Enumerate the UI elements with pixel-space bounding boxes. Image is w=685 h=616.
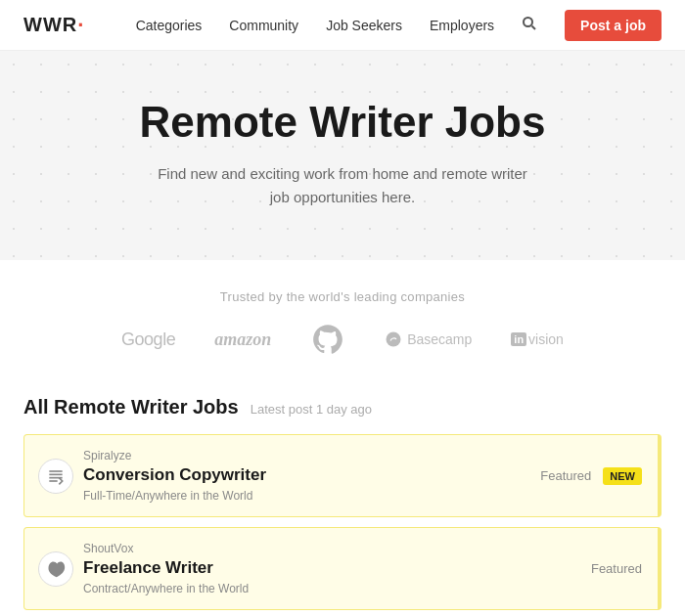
hero-subtitle: Find new and exciting work from home and… <box>147 162 538 209</box>
github-logo <box>310 322 345 357</box>
featured-label: Featured <box>591 561 642 576</box>
job-card[interactable]: ShoutVox Freelance Writer Contract/Anywh… <box>23 527 662 610</box>
nav-community[interactable]: Community <box>229 18 298 33</box>
job-company: ShoutVox <box>83 542 591 555</box>
featured-label: Featured <box>540 468 591 483</box>
new-badge: NEW <box>603 467 642 485</box>
nav-employers[interactable]: Employers <box>430 18 494 33</box>
job-right: Featured <box>591 561 642 576</box>
job-title: Freelance Writer <box>83 558 591 578</box>
jobs-latest-post: Latest post 1 day ago <box>251 402 372 417</box>
navbar: WWR· Categories Community Job Seekers Em… <box>0 0 685 51</box>
logo-dot: · <box>77 13 84 38</box>
company-icon <box>38 551 73 587</box>
job-card[interactable]: Spiralyze Conversion Copywriter Full-Tim… <box>23 434 662 517</box>
job-info: Spiralyze Conversion Copywriter Full-Tim… <box>83 449 540 503</box>
nav-links: Categories Community Job Seekers Employe… <box>136 10 662 41</box>
jobs-section: All Remote Writer Jobs Latest post 1 day… <box>0 376 685 610</box>
trusted-section: Trusted by the world's leading companies… <box>0 260 685 376</box>
google-logo: Google <box>121 330 175 350</box>
job-type: Full-Time/Anywhere in the World <box>83 489 540 503</box>
job-title: Conversion Copywriter <box>83 465 540 485</box>
site-logo[interactable]: WWR· <box>23 13 84 38</box>
brand-logos: Google amazon Basecamp invision <box>20 322 665 357</box>
job-type: Contract/Anywhere in the World <box>83 582 591 595</box>
nav-categories[interactable]: Categories <box>136 18 203 33</box>
post-job-button[interactable]: Post a job <box>565 10 662 41</box>
job-company: Spiralyze <box>83 449 540 462</box>
search-icon[interactable] <box>522 16 537 35</box>
invision-logo: invision <box>511 331 564 347</box>
basecamp-logo: Basecamp <box>385 330 472 348</box>
hero-section: Remote Writer Jobs Find new and exciting… <box>0 51 685 260</box>
job-right: Featured NEW <box>540 467 642 485</box>
amazon-logo: amazon <box>214 330 271 350</box>
company-icon <box>38 459 73 494</box>
jobs-header: All Remote Writer Jobs Latest post 1 day… <box>23 396 662 418</box>
svg-line-1 <box>532 25 536 29</box>
logo-text: WWR <box>23 14 77 36</box>
nav-job-seekers[interactable]: Job Seekers <box>326 18 402 33</box>
svg-point-0 <box>524 18 532 26</box>
hero-title: Remote Writer Jobs <box>20 98 665 147</box>
jobs-section-title: All Remote Writer Jobs <box>23 396 239 418</box>
svg-point-2 <box>387 332 401 347</box>
job-info: ShoutVox Freelance Writer Contract/Anywh… <box>83 542 591 595</box>
trusted-label: Trusted by the world's leading companies <box>20 289 665 304</box>
